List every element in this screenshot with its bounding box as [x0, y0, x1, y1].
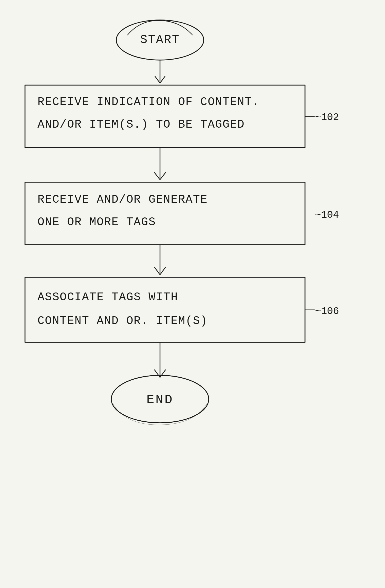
step1-label-line2: AND/OR ITEM(S.) TO BE TAGGED — [38, 118, 245, 131]
step2-ref: ~104 — [315, 209, 339, 221]
step3-ref: ~106 — [315, 306, 339, 317]
step3-label-line2: CONTENT AND OR. ITEM(S) — [38, 315, 208, 328]
start-label: START — [140, 33, 180, 47]
step1-ref: ~102 — [315, 112, 339, 123]
svg-point-10 — [200, 525, 200, 526]
step3-label-line1: ASSOCIATE TAGS WITH — [38, 291, 178, 304]
step1-label-line1: RECEIVE INDICATION OF CONTENT. — [38, 96, 260, 109]
svg-point-9 — [50, 550, 50, 551]
step2-label-line1: RECEIVE AND/OR GENERATE — [38, 193, 208, 206]
flowchart-diagram: START RECEIVE INDICATION OF CONTENT. AND… — [0, 0, 385, 588]
step2-label-line2: ONE OR MORE TAGS — [38, 216, 156, 229]
end-label: END — [146, 393, 174, 407]
